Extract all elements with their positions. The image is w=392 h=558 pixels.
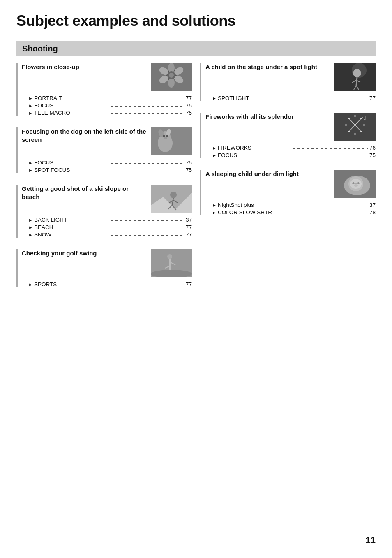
- card-dog-title: Focusing on the dog on the left side of …: [22, 127, 147, 144]
- svg-point-9: [169, 73, 174, 78]
- item-label: TELE MACRO: [34, 110, 108, 116]
- arrow-icon: ►: [28, 96, 33, 101]
- dots-separator: [110, 113, 184, 114]
- list-item: ► NightShot plus 37: [212, 202, 376, 208]
- item-label: PORTRAIT: [34, 95, 108, 101]
- page-title: Subject examples and solutions: [16, 12, 376, 30]
- svg-point-69: [354, 184, 358, 187]
- item-label: SNOW: [34, 232, 108, 238]
- right-column: A child on the stage under a spot light: [200, 63, 376, 299]
- dots-separator: [293, 99, 368, 99]
- card-sleeping-image: [334, 170, 376, 198]
- card-fireworks-image: [334, 113, 376, 141]
- list-item: ► PORTRAIT 77: [28, 95, 192, 101]
- svg-point-67: [353, 182, 354, 184]
- card-flowers-title: Flowers in close-up: [22, 63, 147, 71]
- card-ski-header: Getting a good shot of a ski slope or be…: [22, 185, 192, 213]
- card-dog-items: ► FOCUS 75 ► SPOT FOCUS 75: [22, 160, 192, 173]
- list-item: ► COLOR SLOW SHTR 78: [212, 209, 376, 215]
- page-ref: 75: [186, 110, 192, 116]
- card-golf-title: Checking your golf swing: [22, 249, 147, 257]
- svg-point-34: [353, 69, 361, 77]
- card-sleeping-items: ► NightShot plus 37 ► COLOR SLOW SHTR 78: [205, 202, 376, 215]
- svg-line-35: [356, 77, 357, 86]
- dots-separator: [110, 285, 184, 285]
- card-flowers-header: Flowers in close-up: [22, 63, 192, 91]
- page-ref: 77: [369, 95, 376, 101]
- card-fireworks-items: ► FIREWORKS 76 ► FOCUS 75: [205, 145, 376, 158]
- card-fireworks: Fireworks with all its splendor: [200, 113, 376, 158]
- card-sleeping-header: A sleeping child under dim light: [205, 170, 376, 198]
- list-item: ► FOCUS 75: [212, 152, 376, 158]
- card-fireworks-title: Fireworks with all its splendor: [205, 113, 330, 121]
- item-label: FOCUS: [34, 102, 108, 109]
- svg-point-20: [170, 192, 177, 198]
- svg-point-68: [357, 182, 359, 184]
- item-label: SPOTLIGHT: [218, 95, 292, 101]
- list-item: ► FOCUS 75: [28, 102, 192, 109]
- svg-point-53: [354, 133, 356, 135]
- card-child-items: ► SPOTLIGHT 77: [205, 95, 376, 101]
- svg-point-29: [167, 254, 172, 259]
- left-column: Flowers in close-up: [16, 63, 192, 299]
- arrow-icon: ►: [28, 218, 33, 222]
- item-label: FOCUS: [34, 160, 108, 166]
- item-label: FIREWORKS: [218, 145, 292, 151]
- card-golf: Checking your golf swing ► SPORTS: [16, 249, 192, 287]
- page-ref: 75: [186, 102, 192, 109]
- svg-point-49: [354, 115, 356, 117]
- svg-point-55: [345, 124, 347, 126]
- svg-point-17: [164, 137, 167, 139]
- svg-point-54: [348, 131, 350, 132]
- svg-rect-28: [169, 257, 171, 270]
- page-ref: 37: [186, 217, 192, 223]
- section-header: Shooting: [16, 41, 376, 56]
- page-ref: 75: [186, 160, 192, 166]
- card-fireworks-header: Fireworks with all its splendor: [205, 113, 376, 141]
- item-label: SPORTS: [34, 281, 108, 287]
- dots-separator: [110, 171, 184, 171]
- card-golf-items: ► SPORTS 77: [22, 281, 192, 287]
- list-item: ► BACK LIGHT 37: [28, 217, 192, 223]
- list-item: ► SNOW 77: [28, 232, 192, 238]
- arrow-icon: ►: [212, 210, 217, 215]
- page-ref: 75: [186, 167, 192, 173]
- dots-separator: [110, 106, 184, 107]
- item-label: BEACH: [34, 224, 108, 230]
- card-sleeping-title: A sleeping child under dim light: [205, 170, 330, 178]
- arrow-icon: ►: [28, 111, 33, 116]
- svg-point-50: [360, 118, 362, 119]
- page-ref: 78: [369, 209, 376, 215]
- list-item: ► SPORTS 77: [28, 281, 192, 287]
- card-sleeping: A sleeping child under dim light: [200, 170, 376, 215]
- dots-separator: [293, 156, 368, 156]
- card-flowers-image: [151, 63, 192, 91]
- card-ski-items: ► BACK LIGHT 37 ► BEACH 77 ► SNOW 77: [22, 217, 192, 238]
- list-item: ► FOCUS 75: [28, 160, 192, 166]
- list-item: ► FIREWORKS 76: [212, 145, 376, 151]
- item-label: BACK LIGHT: [34, 217, 108, 223]
- arrow-icon: ►: [212, 153, 217, 158]
- list-item: ► SPOTLIGHT 77: [212, 95, 376, 101]
- arrow-icon: ►: [28, 103, 33, 108]
- card-flowers: Flowers in close-up: [16, 63, 192, 116]
- item-label: FOCUS: [218, 152, 292, 158]
- arrow-icon: ►: [28, 232, 33, 237]
- page-number: 11: [366, 535, 376, 546]
- card-dog-image: [151, 127, 192, 155]
- dots-separator: [110, 220, 184, 221]
- card-grid: Flowers in close-up: [16, 63, 376, 299]
- dots-separator: [110, 163, 184, 164]
- dots-separator: [110, 228, 184, 228]
- item-label: NightShot plus: [218, 202, 292, 208]
- card-golf-image: [151, 249, 192, 277]
- list-item: ► TELE MACRO 75: [28, 110, 192, 116]
- page-ref: 77: [186, 95, 192, 101]
- svg-point-52: [360, 131, 362, 132]
- svg-point-16: [166, 135, 168, 137]
- svg-point-15: [163, 135, 165, 137]
- page-ref: 37: [369, 202, 376, 208]
- arrow-icon: ►: [28, 225, 33, 230]
- list-item: ► BEACH 77: [28, 224, 192, 230]
- page-ref: 77: [186, 224, 192, 230]
